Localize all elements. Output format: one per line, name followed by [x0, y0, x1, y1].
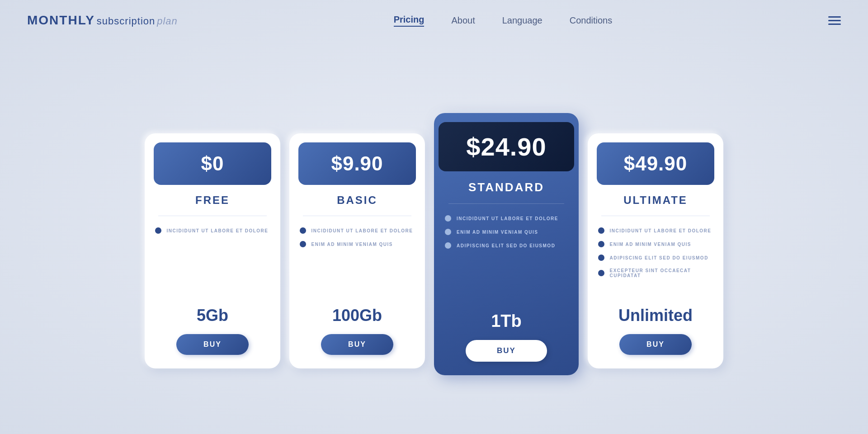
feature-text: ENIM AD MINIM VENIAM QUIS [457, 230, 538, 235]
plan-card-basic: $9.90 BASIC INCIDIDUNT UT LABORE ET DOLO… [289, 133, 425, 368]
buy-button-ultimate[interactable]: BUY [619, 334, 692, 355]
feature-dot [598, 270, 604, 276]
price-basic: $9.90 [331, 152, 383, 175]
list-item: ADIPISCING ELIT SED DO EIUSMOD [598, 255, 713, 261]
divider-basic [303, 216, 411, 216]
feature-dot [445, 242, 451, 249]
plan-card-standard: $24.90 STANDARD INCIDIDUNT UT LABORE ET … [434, 113, 579, 375]
divider-free [158, 216, 267, 216]
list-item: ENIM AD MINIM VENIAM QUIS [598, 241, 713, 247]
price-header-ultimate: $49.90 [597, 142, 714, 185]
list-item: EXCEPTEUR SINT OCCAECAT CUPIDATAT [598, 268, 713, 278]
list-item: INCIDIDUNT UT LABORE ET DOLORE [598, 227, 713, 234]
price-header-standard: $24.90 [439, 122, 574, 171]
feature-dot [155, 227, 161, 234]
feature-text: INCIDIDUNT UT LABORE ET DOLORE [167, 228, 269, 233]
buy-button-free[interactable]: BUY [176, 334, 249, 355]
plan-name-basic: BASIC [337, 194, 377, 207]
divider-ultimate [601, 216, 710, 216]
feature-dot [598, 241, 604, 247]
logo-subscription: subscription [97, 15, 155, 27]
price-ultimate: $49.90 [624, 152, 688, 175]
logo-plan: plan [157, 15, 178, 27]
plan-name-standard: STANDARD [468, 180, 544, 194]
feature-text: INCIDIDUNT UT LABORE ET DOLORE [457, 216, 558, 221]
feature-text: EXCEPTEUR SINT OCCAECAT CUPIDATAT [610, 268, 713, 278]
feature-dot [300, 241, 306, 247]
list-item: ENIM AD MINIM VENIAM QUIS [445, 229, 568, 235]
feature-dot [598, 227, 604, 234]
plan-card-free: $0 FREE INCIDIDUNT UT LABORE ET DOLORE 5… [145, 133, 280, 368]
list-item: ENIM AD MINIM VENIAM QUIS [300, 241, 415, 247]
feature-text: INCIDIDUNT UT LABORE ET DOLORE [311, 228, 413, 233]
feature-text: ENIM AD MINIM VENIAM QUIS [610, 242, 691, 247]
list-item: ADIPISCING ELIT SED DO EIUSMOD [445, 242, 568, 249]
feature-text: ADIPISCING ELIT SED DO EIUSMOD [457, 243, 555, 248]
feature-dot [445, 229, 451, 235]
feature-dot [598, 255, 604, 261]
divider-standard [448, 203, 564, 204]
feature-text: ENIM AD MINIM VENIAM QUIS [311, 242, 393, 247]
feature-text: INCIDIDUNT UT LABORE ET DOLORE [610, 228, 712, 233]
nav-conditions[interactable]: Conditions [570, 15, 613, 26]
features-ultimate: INCIDIDUNT UT LABORE ET DOLORE ENIM AD M… [598, 227, 713, 289]
storage-ultimate: Unlimited [618, 306, 693, 325]
features-basic: INCIDIDUNT UT LABORE ET DOLORE ENIM AD M… [300, 227, 415, 274]
list-item: INCIDIDUNT UT LABORE ET DOLORE [445, 215, 568, 222]
logo: MONTHLY subscription plan [27, 13, 178, 28]
features-standard: INCIDIDUNT UT LABORE ET DOLORE ENIM AD M… [445, 215, 568, 277]
buy-button-standard[interactable]: BUY [466, 340, 547, 362]
nav-pricing[interactable]: Pricing [394, 14, 425, 27]
buy-button-basic[interactable]: BUY [321, 334, 393, 355]
list-item: INCIDIDUNT UT LABORE ET DOLORE [300, 227, 415, 234]
plans-container: $0 FREE INCIDIDUNT UT LABORE ET DOLORE 5… [0, 41, 868, 434]
hamburger-menu[interactable] [828, 16, 841, 25]
price-header-basic: $9.90 [298, 142, 416, 185]
price-header-free: $0 [154, 142, 271, 185]
navbar: MONTHLY subscription plan Pricing About … [0, 0, 868, 41]
plan-name-free: FREE [195, 194, 230, 207]
list-item: INCIDIDUNT UT LABORE ET DOLORE [155, 227, 270, 234]
features-free: INCIDIDUNT UT LABORE ET DOLORE [155, 227, 270, 267]
feature-dot [300, 227, 306, 234]
storage-standard: 1Tb [491, 311, 522, 331]
logo-monthly: MONTHLY [27, 13, 95, 28]
price-free: $0 [201, 152, 224, 175]
nav-about[interactable]: About [451, 15, 475, 26]
nav-right [828, 16, 841, 25]
plan-card-ultimate: $49.90 ULTIMATE INCIDIDUNT UT LABORE ET … [588, 133, 723, 368]
feature-dot [445, 215, 451, 222]
nav-language[interactable]: Language [502, 15, 542, 26]
feature-text: ADIPISCING ELIT SED DO EIUSMOD [610, 255, 708, 260]
storage-basic: 100Gb [332, 306, 382, 325]
price-standard: $24.90 [466, 132, 546, 161]
plan-name-ultimate: ULTIMATE [623, 194, 688, 207]
nav-links: Pricing About Language Conditions [394, 14, 613, 27]
storage-free: 5Gb [197, 306, 228, 325]
